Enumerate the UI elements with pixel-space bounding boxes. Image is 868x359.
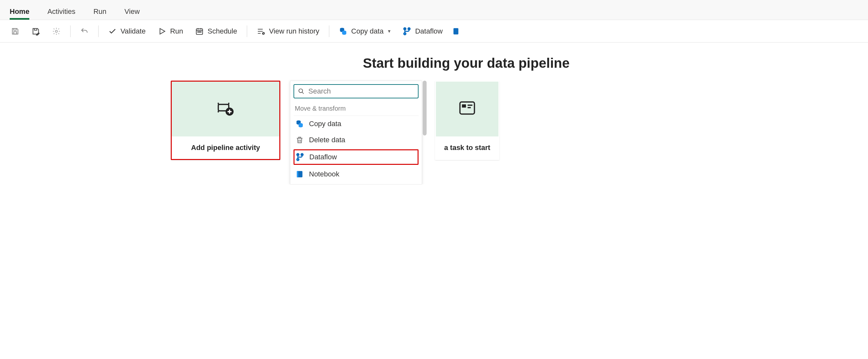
picker-item-delete-data[interactable]: Delete data <box>293 132 418 148</box>
svg-rect-0 <box>14 32 17 34</box>
picker-item-dataflow[interactable]: Dataflow <box>293 149 418 165</box>
separator <box>70 26 70 37</box>
validate-button[interactable]: Validate <box>104 25 150 38</box>
toolbar: Validate Run Schedule View r <box>0 20 868 43</box>
tab-home[interactable]: Home <box>10 5 29 20</box>
picker-section-label: Move & transform <box>293 105 418 116</box>
add-pipeline-activity-card[interactable]: Add pipeline activity <box>171 81 280 160</box>
save-as-button[interactable] <box>27 25 44 38</box>
check-icon <box>108 27 117 35</box>
card-top <box>436 82 498 136</box>
ribbon-tab-strip: Home Activities Run View <box>0 0 868 20</box>
svg-point-10 <box>408 28 410 30</box>
view-run-history-button[interactable]: View run history <box>252 25 324 38</box>
save-icon <box>11 27 19 35</box>
picker-item-notebook[interactable]: Notebook <box>293 166 418 182</box>
svg-rect-24 <box>462 104 466 107</box>
pipeline-add-icon <box>216 99 235 120</box>
trash-icon <box>296 136 304 144</box>
search-icon <box>298 88 305 94</box>
task-start-card[interactable]: a task to start <box>435 81 499 160</box>
activity-picker-panel: Move & transform Copy data <box>290 81 422 185</box>
copy-data-button[interactable]: Copy data ▾ <box>335 25 395 38</box>
view-run-history-label: View run history <box>269 27 319 35</box>
svg-rect-22 <box>297 171 298 177</box>
tab-view[interactable]: View <box>124 5 140 20</box>
separator <box>98 26 99 37</box>
copy-data-label: Copy data <box>351 27 383 35</box>
svg-point-9 <box>404 28 406 30</box>
svg-point-3 <box>198 32 198 32</box>
svg-point-5 <box>200 32 201 32</box>
card-label: Add pipeline activity <box>172 136 279 159</box>
tab-activities[interactable]: Activities <box>48 5 75 20</box>
svg-point-1 <box>55 30 58 32</box>
dataflow-icon <box>296 153 304 161</box>
svg-rect-12 <box>453 28 458 34</box>
picker-item-label: Delete data <box>309 136 345 144</box>
run-button[interactable]: Run <box>153 25 188 38</box>
svg-point-19 <box>301 154 303 156</box>
picker-item-copy-data[interactable]: Copy data <box>293 116 418 132</box>
start-cards-row: Add pipeline activity Move & transform <box>0 81 868 185</box>
notebook-partial-icon <box>452 27 460 35</box>
save-edit-icon <box>32 27 40 35</box>
dataflow-button[interactable]: Dataflow <box>398 25 447 38</box>
calendar-icon <box>195 27 204 35</box>
svg-point-18 <box>297 154 299 156</box>
page-title: Start building your data pipeline <box>0 55 868 71</box>
run-label: Run <box>170 27 183 35</box>
separator <box>247 26 247 37</box>
settings-button[interactable] <box>48 25 65 38</box>
validate-label: Validate <box>121 27 146 35</box>
schedule-button[interactable]: Schedule <box>191 25 242 38</box>
card-label: a task to start <box>436 136 498 159</box>
undo-button[interactable] <box>76 25 93 38</box>
undo-icon <box>80 27 89 35</box>
play-icon <box>158 27 166 35</box>
schedule-label: Schedule <box>208 27 237 35</box>
more-button[interactable] <box>451 25 461 38</box>
save-button[interactable] <box>6 25 24 38</box>
gear-icon <box>52 27 61 35</box>
database-icon <box>339 27 347 35</box>
database-icon <box>296 120 304 128</box>
picker-item-label: Notebook <box>309 170 339 178</box>
svg-point-15 <box>299 89 303 93</box>
picker-scrollbar[interactable] <box>423 81 427 136</box>
tab-run[interactable]: Run <box>93 5 106 20</box>
separator <box>329 26 329 37</box>
template-icon <box>458 99 477 120</box>
svg-point-4 <box>199 32 200 32</box>
search-input[interactable] <box>308 87 414 96</box>
notebook-icon <box>296 170 304 178</box>
dataflow-icon <box>403 27 411 35</box>
svg-point-20 <box>297 158 299 161</box>
picker-item-label: Dataflow <box>309 153 337 161</box>
svg-rect-23 <box>460 102 474 114</box>
picker-item-label: Copy data <box>309 120 341 128</box>
chevron-down-icon: ▾ <box>388 28 391 34</box>
card-top <box>172 82 279 136</box>
svg-point-11 <box>404 33 406 35</box>
dataflow-label: Dataflow <box>415 27 443 35</box>
history-icon <box>257 27 265 35</box>
search-box[interactable] <box>293 84 418 99</box>
